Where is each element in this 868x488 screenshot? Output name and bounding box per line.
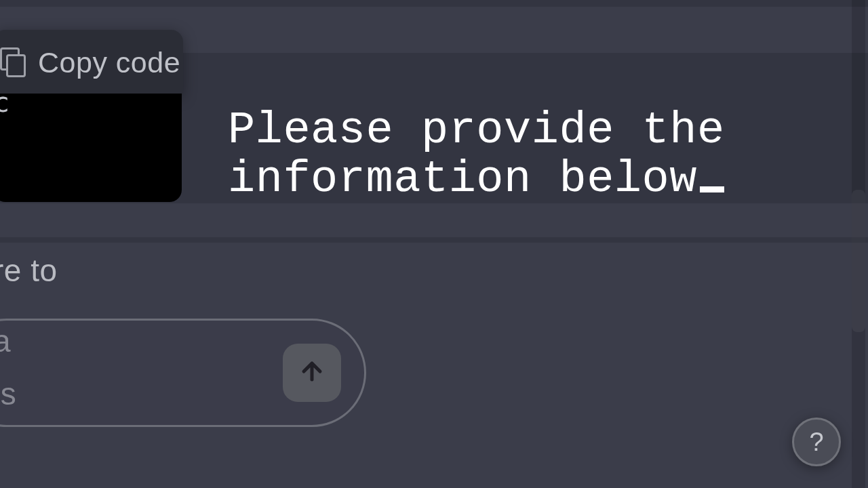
code-fragment: c (0, 87, 9, 118)
copy-code-label: Copy code (38, 46, 180, 79)
text-cursor (700, 186, 724, 192)
overlay-prompt: Please provide the information below (228, 106, 725, 204)
background-text-fragment: re to (0, 252, 58, 289)
code-block-body: c (0, 94, 182, 202)
overlay-line-2: information below (228, 155, 725, 203)
help-button[interactable]: ? (792, 418, 841, 466)
scrollbar-thumb[interactable] (852, 190, 865, 332)
decorative-band (0, 0, 868, 7)
arrow-up-icon (298, 358, 326, 388)
decorative-band (0, 237, 868, 243)
message-input[interactable] (0, 319, 366, 427)
copy-code-button[interactable]: Copy code (0, 30, 183, 95)
copy-icon (0, 47, 26, 77)
help-icon: ? (809, 428, 823, 457)
overlay-line-1: Please provide the (228, 106, 725, 155)
send-button[interactable] (283, 344, 341, 402)
